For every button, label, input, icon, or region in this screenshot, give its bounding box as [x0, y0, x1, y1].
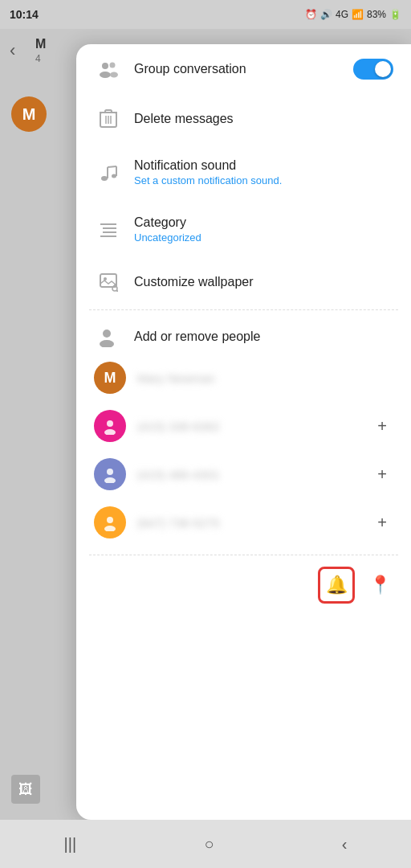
- battery-icon: 🔋: [389, 9, 401, 20]
- svg-point-23: [103, 330, 111, 338]
- group-icon: [94, 59, 123, 80]
- person-item-2[interactable]: (415) 466-4301 +: [76, 450, 411, 498]
- person-add-icon: [94, 326, 123, 347]
- customize-wallpaper-item[interactable]: Customize wallpaper: [76, 258, 411, 306]
- nav-home-button[interactable]: ○: [204, 835, 214, 854]
- status-icons: ⏰ 🔊 4G 📶 83% 🔋: [305, 9, 401, 20]
- avatar-bg: M: [11, 96, 47, 132]
- svg-point-28: [104, 477, 116, 483]
- chat-sub-bg: 4: [35, 53, 41, 64]
- svg-point-1: [100, 72, 111, 78]
- person-name-0: Mary Newman: [137, 371, 393, 385]
- wallpaper-icon: [94, 272, 123, 292]
- pin-icon: 📍: [369, 575, 391, 596]
- music-icon: [94, 162, 123, 183]
- people-header[interactable]: Add or remove people: [76, 313, 411, 354]
- svg-point-2: [110, 63, 116, 68]
- person-avatar-3: [94, 506, 126, 538]
- toggle-knob: [375, 61, 391, 77]
- svg-point-29: [107, 517, 113, 523]
- bell-icon: 🔔: [326, 575, 348, 596]
- category-item[interactable]: Category Uncategorized: [76, 201, 411, 258]
- group-conversation-toggle[interactable]: [353, 59, 393, 80]
- svg-point-25: [107, 420, 113, 427]
- nav-back-button[interactable]: ‹: [342, 835, 348, 854]
- person-avatar-2: [94, 458, 126, 490]
- person-add-btn-3[interactable]: +: [371, 510, 393, 535]
- group-conversation-item[interactable]: Group conversation: [76, 44, 411, 94]
- status-time: 10:14: [10, 8, 39, 21]
- category-icon: [94, 221, 123, 239]
- person-item-3[interactable]: (647) 738-5275 +: [76, 498, 411, 547]
- status-bar: 10:14 ⏰ 🔊 4G 📶 83% 🔋: [0, 0, 411, 29]
- divider-2: [89, 555, 398, 555]
- people-header-label: Add or remove people: [134, 330, 260, 344]
- person-add-btn-2[interactable]: +: [371, 462, 393, 487]
- svg-point-27: [107, 469, 113, 475]
- back-button-bg[interactable]: ‹: [10, 40, 15, 61]
- notification-sound-item[interactable]: Notification sound Set a custom notifica…: [76, 144, 411, 201]
- alarm-icon: ⏰: [305, 9, 317, 20]
- svg-point-26: [104, 429, 116, 435]
- chat-title-bg: M: [35, 37, 46, 51]
- bottom-actions: 🔔 📍: [76, 559, 411, 612]
- divider-1: [89, 309, 398, 310]
- signal-icon: 📶: [352, 9, 364, 20]
- person-avatar-1: [94, 410, 126, 442]
- network-icon: 4G: [336, 9, 348, 20]
- person-avatar-0: M: [94, 362, 126, 394]
- person-name-3: (647) 738-5275: [137, 516, 371, 530]
- bell-button[interactable]: 🔔: [318, 567, 355, 604]
- svg-point-10: [101, 176, 108, 181]
- pin-button[interactable]: 📍: [361, 567, 398, 604]
- person-name-1: (415) 338-6362: [137, 420, 371, 433]
- delete-messages-item[interactable]: Delete messages: [76, 94, 411, 144]
- svg-point-30: [104, 526, 116, 531]
- settings-sheet: Group conversation Delete messages: [76, 44, 411, 820]
- nav-menu-button[interactable]: |||: [64, 835, 77, 854]
- group-conversation-label: Group conversation: [134, 62, 353, 76]
- svg-line-14: [108, 166, 116, 167]
- svg-point-3: [110, 72, 118, 78]
- battery-label: 83%: [367, 9, 386, 20]
- person-item-0[interactable]: M Mary Newman: [76, 354, 411, 402]
- bottom-nav: ||| ○ ‹: [0, 820, 411, 868]
- svg-line-22: [116, 290, 118, 292]
- trash-icon: [94, 108, 123, 129]
- bluetooth-icon: 🔊: [320, 9, 332, 20]
- person-name-2: (415) 466-4301: [137, 468, 371, 481]
- svg-point-24: [100, 340, 114, 347]
- person-item-1[interactable]: (415) 338-6362 +: [76, 402, 411, 450]
- svg-point-0: [102, 63, 108, 69]
- person-add-btn-1[interactable]: +: [371, 414, 393, 439]
- image-icon-bg[interactable]: 🖼: [11, 775, 40, 804]
